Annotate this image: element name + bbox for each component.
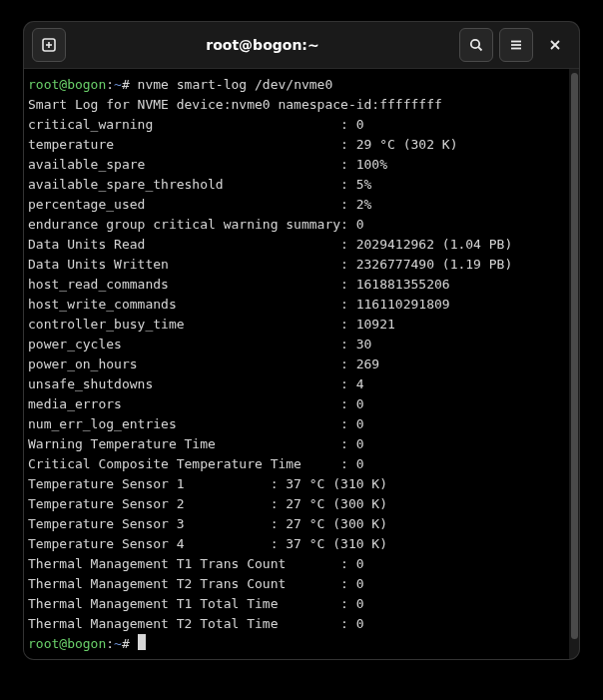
output-line: media_errors : 0 (28, 394, 569, 414)
output-line: Temperature Sensor 2 : 27 °C (300 K) (28, 494, 569, 514)
scrollbar[interactable] (569, 69, 579, 659)
output-line: endurance group critical warning summary… (28, 215, 569, 235)
command-line: root@bogon:~# nvme smart-log /dev/nvme0 (28, 75, 569, 95)
output-line: Thermal Management T1 Trans Count : 0 (28, 554, 569, 574)
output-line: power_on_hours : 269 (28, 354, 569, 374)
close-button[interactable] (539, 29, 571, 61)
svg-point-3 (471, 40, 479, 48)
terminal-window: root@bogon:~ (24, 22, 579, 659)
svg-line-4 (478, 47, 481, 50)
output-line: num_err_log_entries : 0 (28, 414, 569, 434)
output-line: Thermal Management T2 Total Time : 0 (28, 614, 569, 634)
shell-prompt: root@bogon:~# (28, 636, 138, 651)
output-line: Critical Composite Temperature Time : 0 (28, 454, 569, 474)
output-line: available_spare_threshold : 5% (28, 175, 569, 195)
menu-button[interactable] (499, 28, 533, 62)
prompt-line: root@bogon:~# (28, 634, 569, 654)
window-title: root@bogon:~ (72, 37, 453, 53)
output-line: critical_warning : 0 (28, 115, 569, 135)
output-line: Data Units Read : 2029412962 (1.04 PB) (28, 235, 569, 255)
output-line: Thermal Management T1 Total Time : 0 (28, 594, 569, 614)
output-line: Temperature Sensor 4 : 37 °C (310 K) (28, 534, 569, 554)
new-tab-button[interactable] (32, 28, 66, 62)
command-text: nvme smart-log /dev/nvme0 (138, 77, 333, 92)
terminal-output[interactable]: root@bogon:~# nvme smart-log /dev/nvme0S… (24, 69, 569, 659)
output-line: unsafe_shutdowns : 4 (28, 374, 569, 394)
output-line: host_write_commands : 116110291809 (28, 295, 569, 315)
output-line: temperature : 29 °C (302 K) (28, 135, 569, 155)
output-line: controller_busy_time : 10921 (28, 315, 569, 335)
output-line: Thermal Management T2 Trans Count : 0 (28, 574, 569, 594)
output-line: percentage_used : 2% (28, 195, 569, 215)
output-header: Smart Log for NVME device:nvme0 namespac… (28, 95, 569, 115)
shell-prompt: root@bogon:~# (28, 77, 138, 92)
output-line: host_read_commands : 161881355206 (28, 275, 569, 295)
output-line: Temperature Sensor 1 : 37 °C (310 K) (28, 474, 569, 494)
cursor (138, 634, 146, 650)
output-line: power_cycles : 30 (28, 335, 569, 354)
terminal-body-wrap: root@bogon:~# nvme smart-log /dev/nvme0S… (24, 69, 579, 659)
output-line: Warning Temperature Time : 0 (28, 434, 569, 454)
output-line: Temperature Sensor 3 : 27 °C (300 K) (28, 514, 569, 534)
titlebar: root@bogon:~ (24, 22, 579, 69)
output-line: available_spare : 100% (28, 155, 569, 175)
output-line: Data Units Written : 2326777490 (1.19 PB… (28, 255, 569, 275)
search-button[interactable] (459, 28, 493, 62)
scrollbar-thumb[interactable] (571, 73, 578, 639)
